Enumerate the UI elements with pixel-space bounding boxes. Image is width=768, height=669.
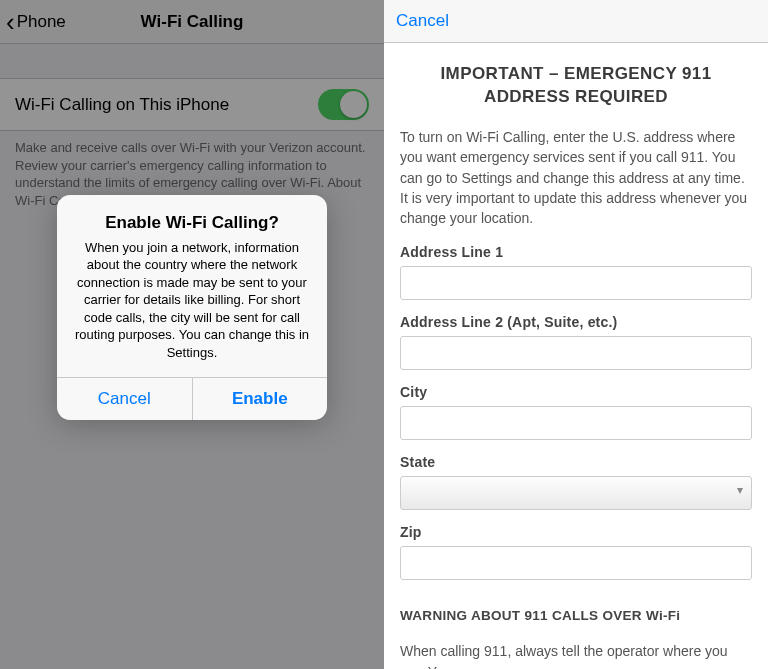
alert-cancel-button[interactable]: Cancel: [57, 378, 192, 420]
settings-pane: ‹ Phone Wi-Fi Calling Wi-Fi Calling on T…: [0, 0, 384, 669]
state-label: State: [400, 454, 752, 470]
cancel-button[interactable]: Cancel: [396, 11, 449, 31]
alert-title: Enable Wi-Fi Calling?: [73, 212, 311, 232]
city-input[interactable]: [400, 406, 752, 440]
emergency-title: IMPORTANT – EMERGENCY 911 ADDRESS REQUIR…: [400, 63, 752, 109]
zip-input[interactable]: [400, 546, 752, 580]
enable-wifi-calling-alert: Enable Wi-Fi Calling? When you join a ne…: [57, 194, 327, 420]
emergency-intro: To turn on Wi-Fi Calling, enter the U.S.…: [400, 127, 752, 228]
warning-body: When calling 911, always tell the operat…: [400, 641, 752, 669]
city-label: City: [400, 384, 752, 400]
state-select[interactable]: [400, 476, 752, 510]
warning-heading: WARNING ABOUT 911 CALLS OVER Wi-Fi: [400, 608, 752, 623]
alert-message: When you join a network, information abo…: [73, 238, 311, 361]
address2-label: Address Line 2 (Apt, Suite, etc.): [400, 314, 752, 330]
address1-label: Address Line 1: [400, 244, 752, 260]
nav-bar: Cancel: [384, 0, 768, 43]
zip-label: Zip: [400, 524, 752, 540]
e911-address-pane: Cancel IMPORTANT – EMERGENCY 911 ADDRESS…: [384, 0, 768, 669]
address1-input[interactable]: [400, 266, 752, 300]
address2-input[interactable]: [400, 336, 752, 370]
alert-enable-button[interactable]: Enable: [192, 378, 328, 420]
